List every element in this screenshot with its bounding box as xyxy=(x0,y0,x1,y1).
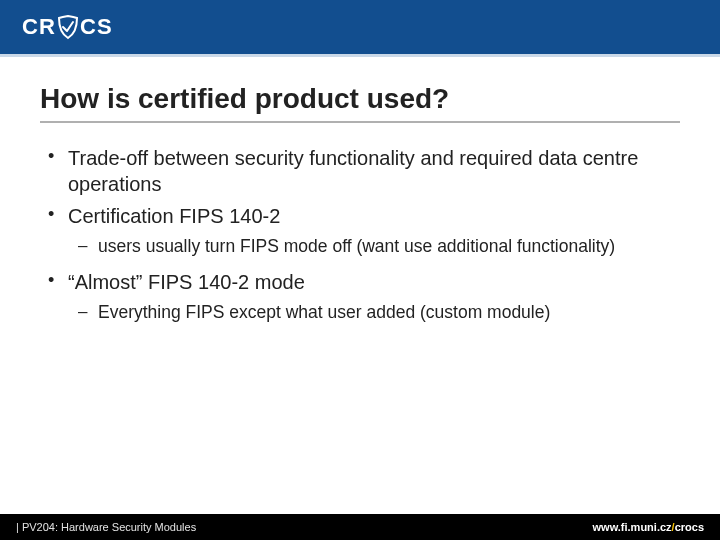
list-item: Everything FIPS except what user added (… xyxy=(68,301,680,325)
slide-body: How is certified product used? Trade-off… xyxy=(0,57,720,514)
svg-text:CR: CR xyxy=(22,14,56,39)
bullet-text: Trade-off between security functionality… xyxy=(68,147,638,195)
footer-bar: | PV204: Hardware Security Modules www.f… xyxy=(0,514,720,540)
slide-title: How is certified product used? xyxy=(40,83,680,123)
bullet-text: users usually turn FIPS mode off (want u… xyxy=(98,236,615,256)
list-item: Trade-off between security functionality… xyxy=(40,145,680,197)
footer-url: www.fi.muni.cz/crocs xyxy=(593,521,704,533)
sub-list: Everything FIPS except what user added (… xyxy=(68,301,680,325)
list-item: “Almost” FIPS 140-2 mode Everything FIPS… xyxy=(40,269,680,325)
slide: CR CS How is certified product used? Tra… xyxy=(0,0,720,540)
bullet-text: Certification FIPS 140-2 xyxy=(68,205,280,227)
bullet-text: “Almost” FIPS 140-2 mode xyxy=(68,271,305,293)
bullet-text: Everything FIPS except what user added (… xyxy=(98,302,550,322)
list-item: Certification FIPS 140-2 users usually t… xyxy=(40,203,680,259)
footer-left-text: | PV204: Hardware Security Modules xyxy=(16,521,196,533)
brand-wordmark: CR CS xyxy=(22,13,132,41)
header-bar: CR CS xyxy=(0,0,720,54)
footer-url-prefix: www.fi.muni.cz xyxy=(593,521,672,533)
bullet-list: Trade-off between security functionality… xyxy=(40,145,680,324)
sub-list: users usually turn FIPS mode off (want u… xyxy=(68,235,680,259)
list-item: users usually turn FIPS mode off (want u… xyxy=(68,235,680,259)
footer-url-suffix: crocs xyxy=(675,521,704,533)
brand-logo: CR CS xyxy=(22,13,132,41)
svg-text:CS: CS xyxy=(80,14,113,39)
